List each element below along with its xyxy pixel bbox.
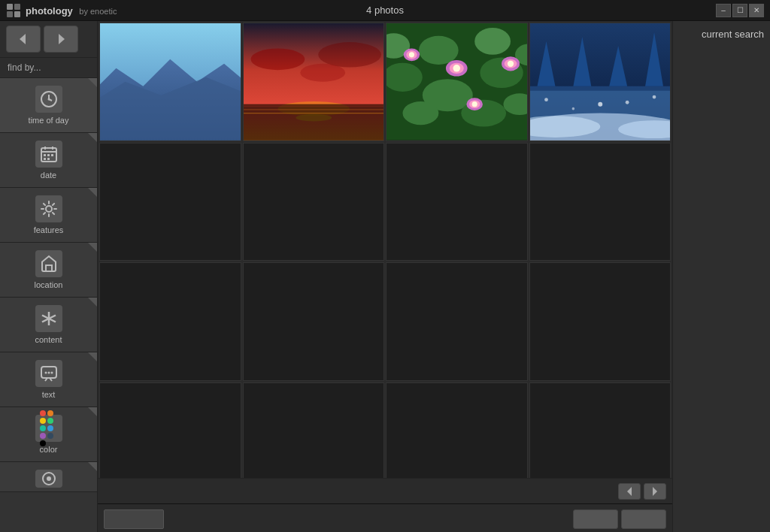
svg-point-38 [300, 64, 345, 82]
photo-cell-9[interactable] [243, 262, 385, 381]
close-button[interactable]: ✕ [749, 4, 764, 17]
grid-nav [98, 478, 672, 503]
svg-point-65 [472, 101, 477, 107]
svg-point-29 [47, 476, 51, 481]
svg-rect-14 [44, 154, 46, 156]
sidebar-item-time-of-day[interactable]: time of day [0, 78, 97, 133]
svg-point-9 [47, 98, 50, 101]
grid-prev-button[interactable] [618, 483, 641, 500]
svg-rect-20 [46, 265, 52, 271]
sidebar-item-color[interactable]: color [0, 407, 97, 462]
sidebar-item-label-text: text [42, 390, 56, 399]
svg-point-78 [652, 95, 656, 99]
photo-grid-wrapper [98, 21, 672, 478]
svg-point-51 [419, 36, 459, 65]
corner-indicator [88, 188, 97, 197]
minimize-button[interactable]: – [716, 4, 731, 17]
svg-point-47 [402, 101, 438, 125]
chat-icon [35, 360, 62, 387]
bottom-thumb [104, 509, 164, 529]
sidebar-item-features[interactable]: features [0, 188, 97, 243]
titlebar-left: photology by enoetic [6, 3, 117, 18]
calendar-icon [35, 141, 62, 168]
bottom-btn-2[interactable] [621, 509, 666, 529]
back-button[interactable] [6, 26, 41, 53]
svg-point-37 [318, 42, 381, 67]
sidebar-item-label-location: location [35, 280, 63, 289]
photo-cell-0[interactable] [99, 23, 241, 141]
svg-point-56 [453, 65, 460, 72]
svg-point-26 [47, 372, 50, 374]
svg-rect-17 [44, 158, 46, 160]
window-controls: – ☐ ✕ [716, 4, 764, 17]
svg-point-80 [625, 101, 629, 104]
photo-cell-14[interactable] [386, 382, 528, 479]
photo-cell-7[interactable] [529, 143, 671, 261]
sidebar-item-label-features: features [34, 225, 64, 234]
photo-cell-2[interactable] [386, 23, 528, 141]
sidebar-item-label-date: date [41, 171, 56, 180]
svg-marker-82 [653, 487, 657, 496]
svg-rect-16 [51, 154, 53, 156]
current-search-label: current search [679, 29, 764, 40]
photo-cell-13[interactable] [243, 382, 385, 479]
photo-cell-5[interactable] [243, 143, 385, 261]
svg-point-27 [50, 372, 53, 374]
restore-button[interactable]: ☐ [732, 4, 747, 17]
svg-rect-1 [14, 4, 20, 10]
find-by-label: find by... [0, 58, 97, 78]
sidebar-item-content[interactable]: content [0, 298, 97, 352]
gear-icon [35, 195, 62, 222]
svg-point-59 [409, 52, 414, 57]
sidebar-item-location[interactable]: location [0, 243, 97, 298]
photo-cell-8[interactable] [99, 262, 241, 381]
content-area [98, 21, 672, 532]
titlebar: photology by enoetic 4 photos – ☐ ✕ [0, 0, 770, 21]
sidebar-item-label-color: color [40, 445, 58, 454]
corner-indicator [88, 407, 97, 416]
svg-marker-81 [627, 487, 632, 496]
sidebar-item-text[interactable]: text [0, 352, 97, 407]
photo-cell-1[interactable] [243, 23, 385, 141]
bottom-bar [98, 503, 672, 532]
photo-cell-6[interactable] [386, 143, 528, 261]
home-icon [35, 250, 62, 277]
window-title: 4 photos [366, 5, 404, 16]
photo-cell-11[interactable] [529, 262, 671, 381]
extra-icon [35, 470, 62, 488]
sidebar-item-date[interactable]: date [0, 133, 97, 188]
grid-next-button[interactable] [644, 483, 666, 500]
sidebar: find by... time of day [0, 21, 98, 532]
svg-rect-18 [47, 158, 50, 160]
bottom-right-buttons [573, 509, 666, 529]
main-layout: find by... time of day [0, 21, 770, 532]
forward-button[interactable] [44, 26, 78, 53]
photo-cell-15[interactable] [529, 382, 671, 479]
bottom-btn-1[interactable] [573, 509, 618, 529]
corner-indicator [88, 298, 97, 307]
clock-icon [35, 86, 62, 113]
photo-cell-3[interactable] [529, 23, 671, 141]
photo-cell-10[interactable] [386, 262, 528, 381]
sidebar-item-label-time-of-day: time of day [29, 116, 69, 125]
sidebar-item-label-content: content [35, 335, 62, 344]
sidebar-item-extra[interactable] [0, 462, 97, 492]
svg-rect-2 [7, 11, 13, 17]
corner-indicator [88, 352, 97, 361]
photo-cell-12[interactable] [99, 382, 241, 479]
color-wheel-icon [35, 415, 62, 442]
svg-point-62 [508, 61, 514, 67]
corner-indicator [88, 78, 97, 87]
svg-point-52 [474, 28, 511, 55]
svg-marker-4 [20, 34, 26, 44]
svg-rect-15 [47, 154, 50, 156]
svg-point-25 [44, 372, 47, 374]
app-title: photology by enoetic [26, 4, 117, 17]
photo-cell-4[interactable] [99, 143, 241, 261]
nav-buttons [0, 21, 97, 58]
svg-point-76 [544, 98, 548, 101]
svg-rect-3 [14, 11, 20, 17]
right-panel: current search [672, 21, 770, 532]
app-logo-icon [6, 3, 21, 18]
corner-indicator [88, 243, 97, 252]
